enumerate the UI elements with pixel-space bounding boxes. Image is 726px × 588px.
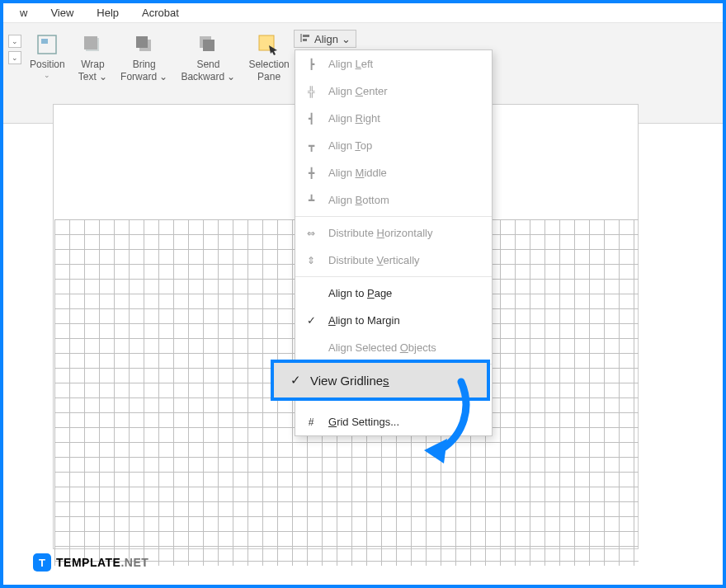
align-right-icon: ┫	[304, 111, 318, 126]
align-center-icon: ╬	[304, 84, 318, 99]
selection-pane-button[interactable]: Selection Pane	[242, 30, 295, 94]
dd-distribute-h: ⇔Distribute Horizontally	[295, 219, 492, 247]
align-top-icon: ┳	[304, 139, 318, 153]
dd-align-bottom: ┻Align Bottom	[295, 186, 492, 214]
bring-forward-button[interactable]: Bring Forward ⌄	[114, 30, 174, 94]
send-backward-icon	[196, 33, 219, 56]
align-bottom-icon: ┻	[304, 193, 318, 208]
dd-align-selected: Align Selected Objects	[295, 334, 492, 361]
distribute-h-icon: ⇔	[304, 226, 318, 241]
dd-align-to-margin[interactable]: ✓Align to Margin	[295, 307, 492, 334]
wrap-text-button[interactable]: Wrap Text ⌄	[72, 30, 114, 94]
menu-item-acrobat[interactable]: Acrobat	[130, 5, 191, 21]
dd-align-middle: ╋Align Middle	[295, 159, 492, 186]
view-gridlines-label: View Gridlines	[310, 374, 389, 388]
grid-settings-icon: #	[304, 415, 318, 430]
check-icon: ✓	[290, 373, 301, 388]
align-button[interactable]: Align ⌄	[294, 30, 356, 48]
app-frame: w View Help Acrobat ⌄ ⌄ Position ⌄ Wrap …	[0, 0, 726, 588]
align-icon	[299, 32, 311, 46]
svg-rect-5	[136, 36, 148, 48]
annotation-arrow-icon	[416, 378, 482, 468]
dd-align-top: ┳Align Top	[295, 132, 492, 159]
selection-pane-icon	[257, 33, 280, 56]
overflow-down-button[interactable]: ⌄	[8, 51, 21, 64]
bring-forward-icon	[133, 33, 156, 56]
svg-rect-7	[203, 40, 214, 51]
send-backward-button[interactable]: Send Backward ⌄	[174, 30, 242, 94]
watermark: T TEMPLATE.NET	[33, 553, 148, 572]
menubar: w View Help Acrobat	[3, 3, 723, 23]
svg-rect-1	[41, 39, 48, 44]
dd-align-center: ╬Align Center	[295, 78, 492, 105]
position-icon	[35, 33, 59, 56]
dd-align-left: ┣Align Left	[295, 50, 492, 78]
distribute-v-icon: ⇕	[304, 253, 318, 268]
menu-item-help[interactable]: Help	[85, 5, 130, 21]
dd-distribute-v: ⇕Distribute Vertically	[295, 247, 492, 274]
wrap-text-icon	[81, 33, 104, 56]
svg-rect-10	[303, 35, 309, 37]
svg-rect-0	[38, 35, 56, 54]
separator	[295, 216, 492, 217]
overflow-up-button[interactable]: ⌄	[8, 35, 21, 48]
align-middle-icon: ╋	[304, 166, 318, 181]
separator	[295, 276, 492, 277]
dd-align-right: ┫Align Right	[295, 105, 492, 132]
watermark-badge: T	[33, 553, 51, 572]
menu-item-view[interactable]: View	[39, 5, 85, 21]
position-button[interactable]: Position ⌄	[23, 30, 72, 94]
svg-rect-3	[84, 36, 97, 49]
menu-item-w[interactable]: w	[8, 5, 39, 21]
ribbon-overflow-stack: ⌄ ⌄	[3, 30, 23, 64]
dd-align-to-page[interactable]: Align to Page	[295, 280, 492, 307]
align-left-icon: ┣	[304, 57, 318, 72]
svg-rect-11	[303, 39, 307, 41]
check-icon: ✓	[304, 314, 318, 327]
